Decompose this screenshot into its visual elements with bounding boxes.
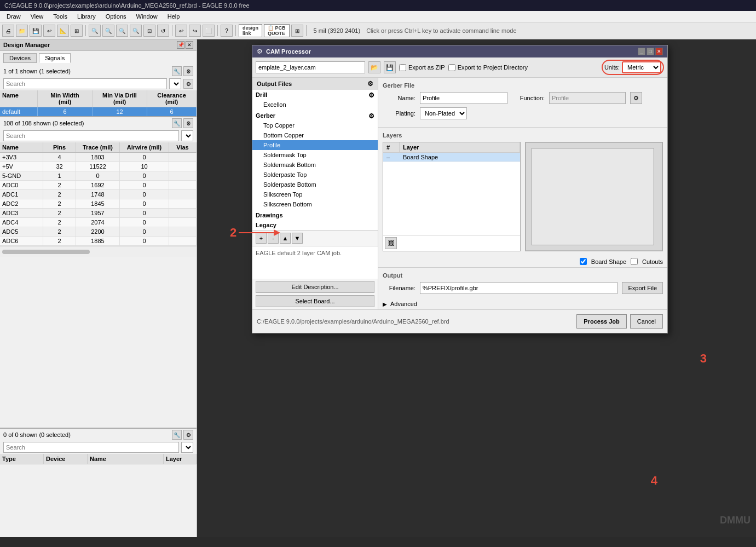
- items-search-dropdown[interactable]: [181, 442, 193, 453]
- gerber-gear-icon[interactable]: ⚙: [368, 112, 374, 120]
- signal-row-5gnd[interactable]: 5-GND 1 0 0: [0, 171, 197, 181]
- remove-output-btn[interactable]: -: [268, 233, 279, 244]
- move-up-btn[interactable]: ▲: [280, 233, 291, 244]
- tree-gerber-group[interactable]: Gerber ⚙: [252, 111, 378, 120]
- edit-description-btn[interactable]: Edit Description...: [256, 281, 374, 293]
- cancel-btn[interactable]: Cancel: [630, 314, 663, 329]
- cam-save-btn[interactable]: 💾: [384, 61, 396, 73]
- signal-row-adc6[interactable]: ADC6 2 1885 0: [0, 237, 197, 246]
- tb-refresh-btn[interactable]: ↺: [157, 25, 169, 37]
- tb-cam-btn[interactable]: 📐: [57, 25, 69, 37]
- signal-row-3v3[interactable]: +3V3 4 1803 0: [0, 153, 197, 162]
- tb-zoom2-btn[interactable]: 🔍: [116, 25, 128, 37]
- tb-undo2-btn[interactable]: ↩: [175, 25, 187, 37]
- tree-soldermask-bottom[interactable]: Soldermask Bottom: [252, 160, 378, 170]
- tree-solderpaste-top[interactable]: Solderpaste Top: [252, 170, 378, 180]
- tb-stop-btn[interactable]: ⬜: [203, 25, 215, 37]
- filter-icon-btn[interactable]: 🔧: [172, 66, 182, 76]
- signal-row-adc0[interactable]: ADC0 2 1692 0: [0, 181, 197, 190]
- tree-silkscreen-bottom[interactable]: Silkscreen Bottom: [252, 199, 378, 209]
- layer-row-boardshape[interactable]: – Board Shape: [383, 153, 520, 162]
- gerber-name-input[interactable]: Profile: [420, 92, 507, 104]
- items-settings-btn[interactable]: ⚙: [183, 430, 193, 440]
- net-classes-search-input[interactable]: [3, 78, 167, 89]
- signals-scrollbar[interactable]: [2, 250, 90, 254]
- signal-row-adc5[interactable]: ADC5 2 2200 0: [0, 227, 197, 237]
- add-output-btn[interactable]: +: [256, 233, 267, 244]
- design-link-logo[interactable]: designlink: [239, 24, 262, 37]
- cam-filename-input[interactable]: emplate_2_layer.cam: [256, 61, 365, 73]
- net-classes-search-dropdown[interactable]: [169, 78, 181, 89]
- dialog-maximize-btn[interactable]: □: [647, 48, 654, 55]
- tree-drawings-group[interactable]: Drawings: [252, 210, 378, 220]
- menu-view[interactable]: View: [26, 12, 48, 21]
- cam-open-btn[interactable]: 📂: [368, 61, 380, 73]
- dialog-minimize-btn[interactable]: _: [638, 48, 645, 55]
- cutouts-checkbox[interactable]: [631, 258, 638, 265]
- select-board-btn[interactable]: Select Board...: [256, 295, 374, 307]
- output-files-gear-icon[interactable]: ⚙: [367, 80, 373, 88]
- menu-window[interactable]: Window: [132, 12, 162, 21]
- tb-zoom-out-btn[interactable]: 🔍: [102, 25, 114, 37]
- tree-bottom-copper[interactable]: Bottom Copper: [252, 130, 378, 140]
- tb-undo-btn[interactable]: ↩: [43, 25, 55, 37]
- nc-cell-minwidth: 6: [38, 107, 93, 116]
- export-dir-checkbox[interactable]: [448, 64, 455, 71]
- tb-print-btn[interactable]: 🖨: [2, 25, 14, 37]
- panel-pin-btn[interactable]: 📌: [177, 41, 184, 49]
- signal-row-adc1[interactable]: ADC1 2 1748 0: [0, 190, 197, 199]
- signal-row-5v[interactable]: +5V 32 11522 10: [0, 162, 197, 171]
- tb-zoom-in-btn[interactable]: 🔍: [89, 25, 101, 37]
- move-down-btn[interactable]: ▼: [292, 233, 303, 244]
- units-select[interactable]: Metric Imperial: [622, 61, 661, 73]
- menu-tools[interactable]: Tools: [49, 12, 72, 21]
- tree-top-copper[interactable]: Top Copper: [252, 120, 378, 130]
- dialog-close-btn[interactable]: ✕: [655, 48, 663, 55]
- process-job-btn[interactable]: Process Job: [576, 314, 626, 329]
- pcb-quote-logo[interactable]: 📋 PCBQUOTE: [264, 24, 290, 37]
- export-zip-checkbox[interactable]: [399, 64, 406, 71]
- signals-search-input[interactable]: [3, 130, 179, 141]
- export-file-btn[interactable]: Export File: [622, 282, 663, 294]
- net-classes-settings-btn[interactable]: ⚙: [183, 79, 193, 89]
- plating-select[interactable]: Non-Plated Plated: [420, 107, 467, 119]
- tree-excellon[interactable]: Excellon: [252, 100, 378, 110]
- tb-grid-btn[interactable]: ⊞: [71, 25, 83, 37]
- signal-row-adc2[interactable]: ADC2 2 1845 0: [0, 199, 197, 209]
- tab-signals[interactable]: Signals: [39, 53, 71, 63]
- signals-search-dropdown[interactable]: [181, 130, 193, 141]
- board-shape-checkbox[interactable]: [580, 258, 587, 265]
- signals-filter-btn[interactable]: 🔧: [172, 118, 182, 128]
- advanced-row[interactable]: ▶ Advanced: [383, 301, 663, 307]
- tb-zoom3-btn[interactable]: 🔍: [130, 25, 142, 37]
- panel-close-btn[interactable]: ✕: [186, 41, 193, 49]
- tb-zoom-fit-btn[interactable]: ⊡: [143, 25, 155, 37]
- menu-draw[interactable]: Draw: [2, 12, 25, 21]
- tb-help-btn[interactable]: ?: [221, 25, 233, 37]
- items-filter-btn[interactable]: 🔧: [172, 430, 182, 440]
- tree-silkscreen-top[interactable]: Silkscreen Top: [252, 189, 378, 199]
- gerber-function-gear-btn[interactable]: ⚙: [630, 92, 642, 104]
- signal-row-adc4[interactable]: ADC4 2 2074 0: [0, 218, 197, 227]
- menu-options[interactable]: Options: [101, 12, 131, 21]
- menu-help[interactable]: Help: [163, 12, 184, 21]
- tree-solderpaste-bottom[interactable]: Solderpaste Bottom: [252, 180, 378, 189]
- menu-library[interactable]: Library: [73, 12, 100, 21]
- output-filename-input[interactable]: %PREFIX/profile.gbr: [420, 282, 618, 294]
- tb-grid2-btn[interactable]: ⊞: [291, 25, 303, 37]
- tb-redo-btn[interactable]: ↪: [189, 25, 201, 37]
- tree-soldermask-top[interactable]: Soldermask Top: [252, 150, 378, 160]
- signal-row-adc3[interactable]: ADC3 2 1957 0: [0, 209, 197, 218]
- tab-devices[interactable]: Devices: [3, 53, 37, 63]
- tree-drill-group[interactable]: Drill ⚙: [252, 90, 378, 100]
- tree-profile[interactable]: Profile: [252, 140, 378, 150]
- tree-legacy-group[interactable]: Legacy: [252, 220, 378, 230]
- tb-open-btn[interactable]: 📁: [16, 25, 28, 37]
- drill-gear-icon[interactable]: ⚙: [368, 91, 374, 99]
- settings-icon-btn[interactable]: ⚙: [183, 66, 193, 76]
- layer-icon-btn[interactable]: 🖼: [385, 237, 397, 249]
- items-search-input[interactable]: [3, 442, 179, 453]
- signals-settings-btn[interactable]: ⚙: [183, 118, 193, 128]
- net-class-row-default[interactable]: default 6 12 6: [0, 107, 197, 116]
- tb-save-btn[interactable]: 💾: [30, 25, 42, 37]
